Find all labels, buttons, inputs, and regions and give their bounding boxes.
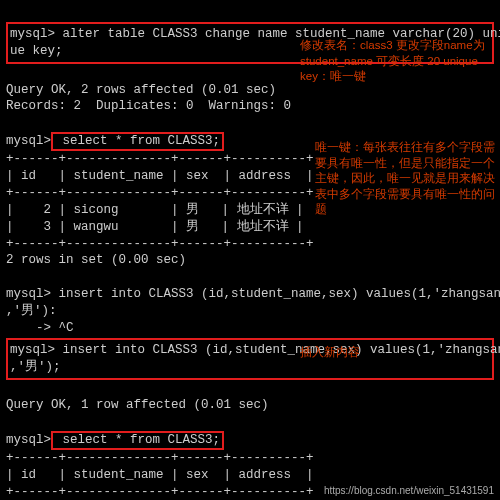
result-insert: Query OK, 1 row affected (0.01 sec) xyxy=(6,398,269,412)
sql-select1: select * from CLASS3; xyxy=(55,134,220,148)
sql-insert-err-l1: insert into CLASS3 (id,student_name,sex)… xyxy=(51,287,500,301)
prompt: mysql> xyxy=(6,134,51,148)
sql-insert-l2: ,'男'); xyxy=(10,360,61,374)
annotation-unique: 唯一键：每张表往往有多个字段需要具有唯一性，但是只能指定一个主键，因此，唯一见就… xyxy=(315,140,495,218)
tbl-head: | id | student_name | sex | address | xyxy=(6,468,314,482)
tbl-foot: 2 rows in set (0.00 sec) xyxy=(6,253,186,267)
hl-select1: select * from CLASS3; xyxy=(51,132,224,151)
tbl-row: | 2 | sicong | 男 | 地址不详 | xyxy=(6,203,304,217)
hl-select2: select * from CLASS3; xyxy=(51,431,224,450)
tbl-row: | 3 | wangwu | 男 | 地址不详 | xyxy=(6,220,304,234)
sql-insert-err-l2: ,'男'): xyxy=(6,304,57,318)
tbl-sep: +------+--------------+------+----------… xyxy=(6,152,314,166)
result-alter-l2: Records: 2 Duplicates: 0 Warnings: 0 xyxy=(6,99,291,113)
prompt: mysql> xyxy=(10,27,55,41)
prompt: mysql> xyxy=(6,433,51,447)
sql-select2: select * from CLASS3; xyxy=(55,433,220,447)
tbl-head: | id | student_name | sex | address | xyxy=(6,169,314,183)
annotation-insert: 插入新内容 xyxy=(300,345,360,361)
prompt: mysql> xyxy=(6,287,51,301)
sql-insert-err-l3: -> ^C xyxy=(6,321,74,335)
prompt: mysql> xyxy=(10,343,55,357)
tbl-sep: +------+--------------+------+----------… xyxy=(6,186,314,200)
watermark: https://blog.csdn.net/weixin_51431591 xyxy=(324,484,494,498)
result-alter-l1: Query OK, 2 rows affected (0.01 sec) xyxy=(6,83,276,97)
tbl-sep: +------+--------------+------+----------… xyxy=(6,485,314,499)
tbl-sep: +------+--------------+------+----------… xyxy=(6,451,314,465)
sql-insert-l1: insert into CLASS3 (id,student_name,sex)… xyxy=(55,343,500,357)
annotation-alter: 修改表名：class3 更改字段name为 student_name 可变长度 … xyxy=(300,38,490,85)
hl-insert: mysql> insert into CLASS3 (id,student_na… xyxy=(6,338,494,380)
sql-alter-l2: ue key; xyxy=(10,44,63,58)
tbl-sep: +------+--------------+------+----------… xyxy=(6,237,314,251)
